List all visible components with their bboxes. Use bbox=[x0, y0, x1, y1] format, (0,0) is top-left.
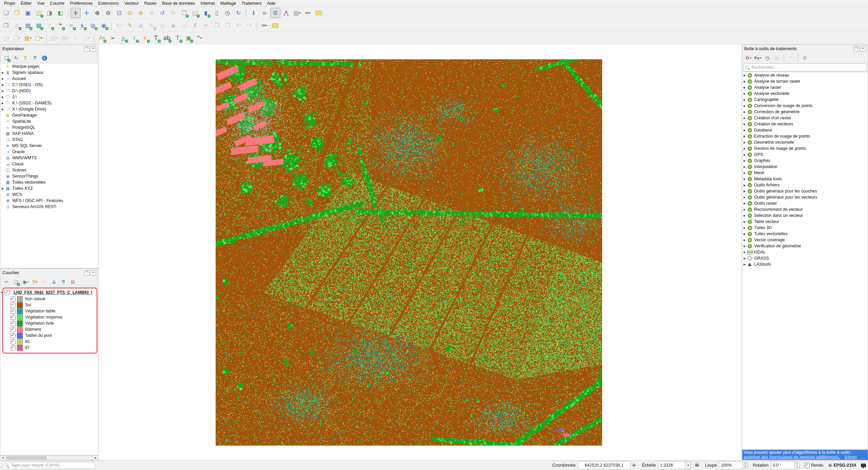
toolbox-group-selection-dans-un-vecteur[interactable]: ▶Sélection dans un vecteur bbox=[742, 212, 868, 219]
layer-checkbox[interactable] bbox=[4, 290, 9, 295]
refresh-map-icon[interactable]: ↻ bbox=[233, 8, 243, 18]
expand-arrow-icon[interactable]: ▶ bbox=[742, 263, 747, 266]
edit-annotation-icon[interactable]: ❞▾ bbox=[194, 33, 204, 43]
legend-class-vegetation-forte[interactable]: Végétation forte bbox=[0, 320, 98, 326]
zoom-full-icon[interactable]: ⊡ bbox=[114, 8, 124, 18]
expand-arrow-icon[interactable]: ▶ bbox=[0, 108, 5, 111]
toolbox-group-creation-d-un-raster[interactable]: ▶Création d'un raster bbox=[742, 115, 868, 121]
expand-all-icon[interactable]: ⇊ bbox=[50, 278, 58, 286]
close-panel-icon[interactable]: ✕ bbox=[91, 270, 96, 275]
pan-map-icon[interactable]: ✛ bbox=[71, 8, 81, 18]
menu-traitement[interactable]: Traitement bbox=[239, 0, 264, 6]
legend-class-vegetation-faible[interactable]: Végétation faible bbox=[0, 308, 98, 314]
layer-labeling-icon[interactable]: A+▾ bbox=[97, 33, 107, 43]
browser-item-postgresql[interactable]: ◗PostgreSQL bbox=[0, 124, 98, 130]
processing-toolbox-icon[interactable]: ⚙ bbox=[270, 8, 280, 18]
browser-item-ms-sql-server[interactable]: ➤MS SQL Server bbox=[0, 143, 98, 149]
add-mesh-layer-icon[interactable]: ▩+ bbox=[34, 20, 44, 30]
new-3d-map-view-icon[interactable]: ◱+ bbox=[190, 8, 200, 18]
menu-internet[interactable]: Internet bbox=[198, 0, 217, 6]
toolbox-search-input[interactable] bbox=[751, 65, 864, 70]
browser-item-geopackage[interactable]: ▣GeoPackage bbox=[0, 112, 98, 118]
browser-item-tuiles-xyz[interactable]: ▶▦Tuiles XYZ bbox=[0, 185, 98, 191]
expand-arrow-icon[interactable]: ▶ bbox=[0, 83, 5, 86]
map-canvas[interactable] bbox=[99, 44, 741, 460]
toolbox-group-verification-de-geometrie[interactable]: ▶Vérification de géométrie bbox=[742, 243, 868, 249]
zoom-out-icon[interactable]: ⊖ bbox=[103, 8, 113, 18]
map-raster[interactable] bbox=[216, 59, 602, 446]
label-select-icon[interactable]: ➢ bbox=[107, 33, 118, 43]
dropdown-caret-icon[interactable]: ▾ bbox=[67, 36, 68, 40]
expand-arrow-icon[interactable]: ▶ bbox=[742, 232, 747, 236]
expand-arrow-icon[interactable]: ▶ bbox=[742, 245, 747, 248]
rotation-spinner[interactable]: ▲▼ bbox=[795, 462, 800, 469]
magnifier-input[interactable] bbox=[719, 461, 743, 469]
class-color-swatch[interactable] bbox=[17, 345, 23, 351]
close-panel-icon[interactable]: ✕ bbox=[91, 46, 96, 52]
zoom-last-icon[interactable]: ↺ bbox=[157, 8, 167, 18]
toolbox-group-outils-raster[interactable]: ▶Outils raster bbox=[742, 200, 868, 206]
menu-preferences[interactable]: Préférences bbox=[67, 0, 95, 6]
expand-arrow-icon[interactable]: ▶ bbox=[742, 159, 747, 162]
class-checkbox[interactable] bbox=[11, 297, 16, 302]
expand-arrow-icon[interactable]: ▶ bbox=[742, 202, 747, 205]
browser-item-serveurs-arcgis-rest[interactable]: ◎Serveurs ArcGIS REST bbox=[0, 204, 98, 210]
add-vector-layer-icon[interactable]: ∴+ bbox=[12, 20, 22, 30]
menu-vecteur[interactable]: Vecteur bbox=[122, 0, 141, 6]
toolbox-group-mesh[interactable]: ▶Mesh bbox=[742, 170, 868, 176]
toolbox-group-creation-de-vecteurs[interactable]: ▶Création de vecteurs bbox=[742, 121, 868, 127]
dropdown-caret-icon[interactable]: ▾ bbox=[121, 24, 122, 27]
browser-item-wcs[interactable]: ◍WCS bbox=[0, 191, 98, 198]
class-color-swatch[interactable] bbox=[17, 314, 23, 320]
toolbox-group-recouvrement-de-vecteur[interactable]: ▶Recouvrement de vecteur bbox=[742, 206, 868, 212]
expand-arrow-icon[interactable]: ▶ bbox=[742, 171, 747, 175]
identify-features-icon[interactable]: ℹ bbox=[249, 8, 259, 18]
menu-editer[interactable]: Éditer bbox=[18, 0, 35, 6]
new-project-icon[interactable]: ❏ bbox=[1, 8, 11, 18]
close-panel-icon[interactable]: ✕ bbox=[860, 46, 866, 52]
layer-name[interactable]: LHD_FXX_0642_6237_PTS_C_LAMB93_I bbox=[14, 290, 92, 295]
toolbox-group-analyse-de-terrain-raster[interactable]: ▶Analyse de terrain raster bbox=[742, 78, 868, 84]
expand-arrow-icon[interactable]: ▶ bbox=[742, 239, 747, 242]
class-color-swatch[interactable] bbox=[17, 327, 23, 332]
expand-arrow-icon[interactable]: ▶ bbox=[742, 123, 747, 126]
manage-map-themes-icon[interactable]: ◉▾ bbox=[21, 278, 30, 286]
new-print-layout-icon[interactable]: ◫+ bbox=[34, 8, 44, 18]
expand-arrow-icon[interactable]: ▶ bbox=[742, 74, 747, 77]
toolbox-group-outils-fichiers[interactable]: ▶Outils fichiers bbox=[742, 182, 868, 188]
scale-input[interactable] bbox=[658, 461, 685, 469]
float-panel-icon[interactable]: ❐ bbox=[84, 46, 90, 52]
expand-arrow-icon[interactable]: ▶ bbox=[0, 77, 5, 80]
class-color-swatch[interactable] bbox=[17, 296, 23, 302]
menu-vue[interactable]: Vue bbox=[34, 0, 47, 6]
zoom-to-selection-icon[interactable]: ⊙ bbox=[125, 8, 135, 18]
expand-arrow-icon[interactable]: ▶ bbox=[742, 165, 747, 168]
legend-class-67[interactable]: 67 bbox=[0, 345, 98, 351]
class-color-swatch[interactable] bbox=[17, 308, 23, 314]
toolbox-group-geometrie-vectorielle[interactable]: ▶Géométrie vectorielle bbox=[742, 139, 868, 145]
scroll-right-icon[interactable]: ▶ bbox=[93, 456, 98, 460]
expand-arrow-icon[interactable]: ▶ bbox=[742, 129, 747, 132]
toolbox-group-outils-generaux-pour-les-vecteurs[interactable]: ▶Outils généraux pour les vecteurs bbox=[742, 194, 868, 200]
dropdown-caret-icon[interactable]: ▾ bbox=[265, 24, 267, 27]
dropdown-caret-icon[interactable]: ▾ bbox=[30, 36, 32, 40]
map-tips-icon[interactable] bbox=[314, 8, 324, 18]
browser-item-d-hdd[interactable]: ▶❐D:\ (HDD) bbox=[0, 88, 98, 94]
toolbox-group-cartographie[interactable]: ▶Cartographie bbox=[742, 97, 868, 103]
browser-item-stac[interactable]: ❏STAC bbox=[0, 137, 98, 143]
browser-item-oracle[interactable]: ◑Oracle bbox=[0, 149, 98, 155]
toolbox-group-graphes[interactable]: ▶Graphes bbox=[742, 158, 868, 164]
dropdown-caret-icon[interactable]: ▾ bbox=[45, 280, 47, 284]
add-wms-layer-icon[interactable]: ◍+ bbox=[88, 20, 98, 30]
add-postgis-layer-icon[interactable]: ◗+ bbox=[77, 20, 87, 30]
expand-arrow-icon[interactable]: ▶ bbox=[742, 208, 747, 211]
layer-row[interactable]: ▼∵LHD_FXX_0642_6237_PTS_C_LAMB93_I bbox=[0, 289, 98, 296]
browser-item-cloud[interactable]: ☁Cloud bbox=[0, 161, 98, 167]
collapse-all-browser-icon[interactable]: ⇈ bbox=[31, 54, 39, 62]
select-by-value-icon[interactable]: ▢▾ bbox=[34, 33, 44, 43]
toolbox-group-vector-coverage[interactable]: ▶Vector coverage bbox=[742, 237, 868, 243]
enable-providers-link[interactable]: autoriser des fournisseurs de services a… bbox=[744, 455, 840, 459]
models-icon[interactable]: ⚙▾ bbox=[744, 54, 753, 62]
expand-arrow-icon[interactable]: ▶ bbox=[742, 86, 747, 89]
close-notification-link[interactable]: [close] bbox=[845, 455, 857, 459]
